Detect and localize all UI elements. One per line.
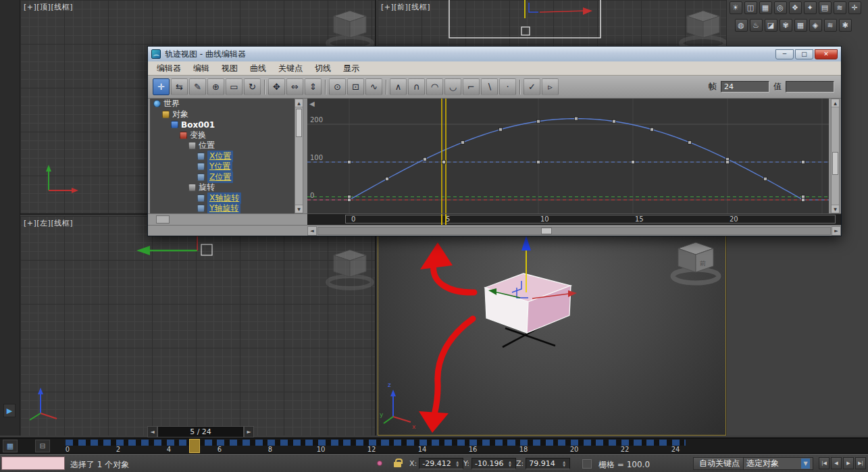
layers-icon[interactable]: ▤ [819,1,832,14]
time-ruler-scale[interactable]: 05101520 [307,213,841,225]
next-frame-button[interactable]: ▶| [855,457,866,469]
grid-icon[interactable]: ▦ [794,19,807,32]
curve-toolbar-icon[interactable]: ∖ [481,78,498,95]
tree-item-z-position[interactable]: Z位置 [150,172,295,183]
chart-scroll-thumb[interactable] [832,152,838,175]
schematic-icon[interactable]: ❖ [789,1,802,14]
window-icon[interactable]: ◫ [744,1,757,14]
scroll-right-icon[interactable]: ► [832,226,841,236]
tree-item-objects[interactable]: 对象 [150,109,295,120]
curve-toolbar-icon[interactable]: ⇆ [171,78,188,95]
menu-item-6[interactable]: 显示 [337,61,365,76]
tree-hscroll-area[interactable] [148,226,307,236]
star-icon[interactable]: ✦ [804,1,817,14]
tree-item-rotation[interactable]: 旋转 [150,182,295,193]
curve-toolbar-icon[interactable]: ✎ [189,78,206,95]
diamond-icon[interactable]: ◈ [809,19,822,32]
curve-toolbar-icon[interactable]: ∩ [408,78,425,95]
minimize-button[interactable]: ─ [775,49,794,59]
curve-toolbar-icon[interactable]: ⊕ [207,78,224,95]
curve-toolbar-icon[interactable]: ◠ [426,78,443,95]
trackbar-windows-icon[interactable]: ⊟ [35,440,50,452]
previous-frame-button[interactable]: ◄ [147,426,157,438]
z-spinner[interactable]: ▲▼ [563,461,565,467]
chart-vertical-scrollbar[interactable]: ▲ ▼ [831,99,840,213]
curve-toolbar-icon[interactable]: ✛ [153,78,170,95]
tree-item-box001[interactable]: Box001 [150,120,295,130]
viewport-top-label[interactable]: [+][顶][线框] [24,2,73,12]
viewcube-icon[interactable]: 前 [667,237,724,286]
x-spinner[interactable]: ▲▼ [456,461,459,467]
ripple-icon[interactable]: ≋ [824,19,837,32]
track-bar[interactable]: ▦ ⊟ 024681012141618202224 [0,438,868,454]
curve-toolbar-icon[interactable]: ⊙ [329,78,346,95]
go-to-start-button[interactable]: |◀ [819,457,829,469]
scroll-up-icon[interactable]: ▲ [832,99,839,107]
wrench-icon[interactable]: ✛ [848,1,861,14]
tree-item-y-rotation[interactable]: Y轴旋转 [150,203,295,213]
curve-toolbar-icon[interactable]: ∧ [390,78,407,95]
tree-vertical-scrollbar[interactable]: ▲ ▼ [295,99,303,213]
menu-item-0[interactable]: 编辑器 [151,61,187,76]
auto-key-button[interactable]: 自动关键点 [693,457,746,470]
menu-item-2[interactable]: 视图 [215,61,244,76]
material-icon[interactable]: ◪ [765,19,777,32]
waves-icon[interactable]: ≋ [834,1,846,14]
viewport-front-label[interactable]: [+][前][线框] [381,2,430,12]
tree-item-position[interactable]: 位置 [150,140,295,151]
curve-toolbar-icon[interactable]: ∿ [365,78,382,95]
menu-item-3[interactable]: 曲线 [244,61,272,76]
tree-item-world[interactable]: 世界 [150,99,295,109]
tree-item-x-rotation[interactable]: X轴旋转 [150,193,295,204]
curve-toolbar-icon[interactable]: ⇔ [286,78,303,95]
sphere-icon[interactable]: ◍ [735,19,748,32]
next-frame-button[interactable]: ► [244,426,254,438]
curve-toolbar-icon[interactable]: ⌐ [463,78,480,95]
menu-item-5[interactable]: 切线 [309,61,337,76]
open-mini-curve-editor-button[interactable]: ▶ [3,404,16,417]
viewport-perspective[interactable]: z y x 前 [378,216,726,436]
menu-item-1[interactable]: 编辑 [187,61,215,76]
flower-icon[interactable]: ✾ [780,19,792,32]
window-titlebar[interactable]: 轨迹视图 - 曲线编辑器 ─ □ ✕ [148,47,841,61]
tree-item-x-position[interactable]: X位置 [150,151,295,162]
play-button[interactable]: ▶ [843,457,854,469]
time-slider-marker[interactable] [189,439,200,453]
curve-toolbar-icon[interactable]: · [499,78,516,95]
menu-item-4[interactable]: 关键点 [272,61,309,76]
ruler-corner-box[interactable] [156,215,170,224]
curve-toolbar-icon[interactable]: ⊡ [347,78,364,95]
curve-toolbar-icon[interactable]: ⇕ [305,78,322,95]
value-input[interactable] [786,81,834,93]
curve-toolbar-icon[interactable]: ▹ [542,78,559,95]
viewport-left[interactable]: [+][左][线框] [20,216,376,436]
snowflake-icon[interactable]: ✱ [839,19,852,32]
scroll-down-icon[interactable]: ▼ [832,205,839,213]
frame-input[interactable] [721,81,769,93]
maxscript-mini-listener[interactable] [1,456,65,470]
curve-toolbar-icon[interactable]: ↻ [244,78,261,95]
viewport-left-label[interactable]: [+][左][线框] [24,218,73,228]
curve-toolbar-icon[interactable]: ✥ [268,78,285,95]
maximize-button[interactable]: □ [795,49,813,59]
y-spinner[interactable]: ▲▼ [509,461,511,467]
previous-frame-button[interactable]: ◀ [831,457,842,469]
snap-grid-icon[interactable]: ▦ [759,1,772,14]
viewcube-icon[interactable] [323,244,376,292]
tree-scroll-thumb[interactable] [296,109,302,137]
selection-filter-dropdown[interactable]: 选定对象 ▼ [743,457,813,470]
tree-item-transform[interactable]: 变换 [150,130,295,141]
curve-toolbar-icon[interactable]: ✓ [524,78,540,95]
close-button[interactable]: ✕ [815,49,838,59]
target-icon[interactable]: ◎ [774,1,787,14]
hscroll-thumb[interactable] [541,228,552,234]
trackbar-grid-icon[interactable]: ▦ [3,440,18,452]
teapot-render-icon[interactable]: ♨ [750,19,763,32]
chart-back-icon[interactable]: ◀ [309,100,315,107]
curve-toolbar-icon[interactable]: ▭ [226,78,242,95]
track-view-curve-editor-window[interactable]: 轨迹视图 - 曲线编辑器 ─ □ ✕ 编辑器编辑视图曲线关键点切线显示 ✛⇆✎⊕… [147,46,842,236]
curve-chart[interactable]: ◀ 0100200 [307,99,829,213]
scroll-down-icon[interactable]: ▼ [295,205,303,213]
chart-horizontal-scrollbar[interactable]: ◄ ► [307,226,841,236]
selection-lock-icon[interactable] [394,462,401,467]
